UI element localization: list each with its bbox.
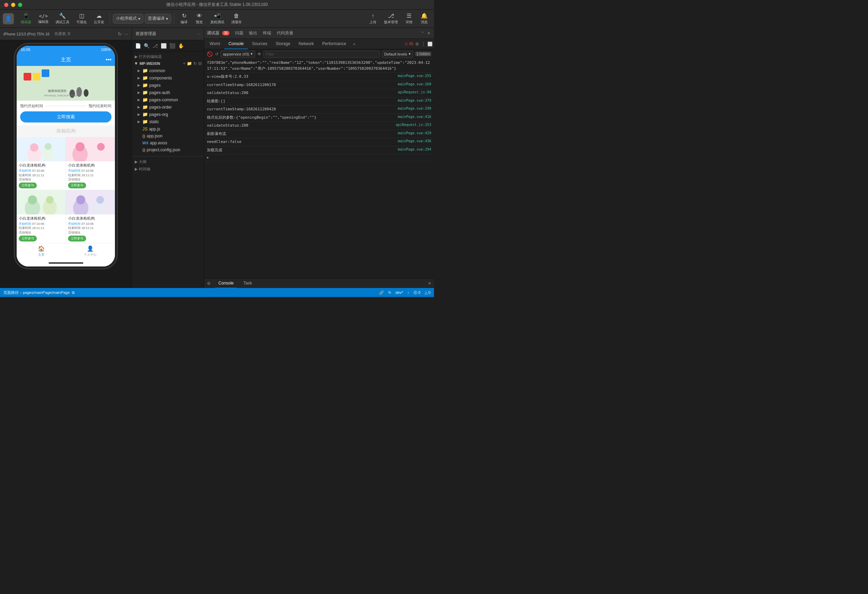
refresh-icon[interactable]: ↻	[118, 31, 122, 37]
avatar[interactable]: 👤	[3, 13, 14, 24]
tab-performance[interactable]: Performance	[318, 39, 350, 49]
mode-dropdown[interactable]: 小程序模式 ▾	[113, 14, 143, 24]
bottom-settings-icon[interactable]: ⚙	[207, 281, 211, 286]
search-button[interactable]: 立即搜索	[20, 111, 111, 122]
more-tabs-icon[interactable]: »	[352, 42, 357, 47]
nav-dots-icon[interactable]: •••	[106, 56, 111, 63]
folder-pages[interactable]: ▶ 📁 pages	[132, 81, 204, 89]
phone-tab-home[interactable]: 🏠 主页	[17, 243, 66, 259]
refresh-icon[interactable]: ↻	[193, 61, 197, 66]
folder-pages-common[interactable]: ▶ 📁 pages-common	[132, 96, 204, 103]
eye-icon[interactable]: 👁	[257, 52, 261, 56]
terminal-tab-header[interactable]: 终端	[263, 30, 271, 36]
maximize-btn[interactable]	[18, 3, 22, 7]
status-refresh-icon[interactable]: ↻	[388, 290, 391, 295]
card-1-btn[interactable]: 立即参与	[19, 183, 37, 189]
file-search-icon[interactable]: 🔍	[143, 42, 151, 50]
tab-sources[interactable]: Sources	[248, 39, 272, 49]
sync-icon[interactable]: ↑	[407, 290, 409, 295]
file-split-icon[interactable]: ⬛	[168, 42, 176, 50]
editor-btn[interactable]: </> 编辑器	[35, 12, 52, 26]
minimize-btn[interactable]	[11, 3, 15, 7]
console-link-9[interactable]: mainPage.vue:436	[398, 139, 431, 143]
file-app-json[interactable]: ▶ {} app.json	[132, 133, 204, 140]
card-1[interactable]: 小白龙体检机构 开始时间 07:10:06 结束时间 18:11:11 活动地址…	[17, 137, 66, 190]
file-more-icon[interactable]: ···	[197, 32, 200, 37]
folder-common[interactable]: ▶ 📁 common	[132, 67, 204, 74]
code-quality-tab-header[interactable]: 代码质量	[277, 30, 294, 36]
bottom-close-icon[interactable]: ✕	[428, 281, 431, 286]
level-dropdown[interactable]: Default levels ▾	[382, 51, 413, 57]
close-btn[interactable]	[4, 3, 8, 7]
file-app-js[interactable]: ▶ JS app.js	[132, 125, 204, 133]
preview-btn[interactable]: 👁 预览	[192, 12, 206, 26]
console-link-4[interactable]: mainPage.vue:379	[398, 99, 431, 102]
visual-btn[interactable]: ◫ 可视化	[74, 11, 90, 26]
status-copy-icon[interactable]: ⧉	[72, 290, 75, 295]
clear-console-icon[interactable]: 🚫	[207, 52, 213, 57]
bottom-tab-console[interactable]: Console	[215, 279, 237, 288]
open-editors-section[interactable]: ▶ 打开的编辑器	[132, 53, 204, 60]
detail-btn[interactable]: ☰ 详情	[402, 11, 416, 26]
filter-input[interactable]: Filter	[264, 51, 380, 57]
compile-dropdown[interactable]: 普通编译 ▾	[145, 14, 171, 24]
tab-wxml[interactable]: Wxml	[205, 39, 224, 49]
console-row-expand[interactable]: ▶	[204, 155, 434, 161]
console-link-3[interactable]: apiRequest.js:94	[398, 90, 431, 94]
card-2-btn[interactable]: 立即参与	[68, 183, 86, 189]
file-hand-icon[interactable]: ✋	[177, 42, 185, 50]
compile-btn[interactable]: ↻ 编译	[177, 11, 191, 26]
phone-tab-profile[interactable]: 👤 个人中心	[66, 243, 115, 259]
debug-btn[interactable]: 🔧 调试工具	[53, 11, 72, 26]
file-project-config[interactable]: ▶ {} project.config.json	[132, 146, 204, 153]
new-folder-icon[interactable]: 📁	[187, 61, 192, 66]
console-link-2[interactable]: mainPage.vue:260	[398, 82, 431, 86]
card-2[interactable]: 小白龙体检机构 开始时间 07:10:06 结束时间 18:11:11 活动地址…	[66, 137, 115, 190]
console-link-6[interactable]: mainPage.vue:416	[398, 115, 431, 119]
devtools-expand-icon[interactable]: ⌃	[420, 30, 425, 37]
version-btn[interactable]: ⎇ 版本管理	[381, 11, 401, 26]
card-3-btn[interactable]: 立即参与	[19, 236, 37, 242]
cloud-btn[interactable]: ☁ 云开发	[91, 11, 107, 26]
mp-weixin-section[interactable]: ▼ MP-WEIXIN + 📁 ↻ ⊟	[132, 60, 204, 67]
folder-static[interactable]: ▶ 📁 static	[132, 118, 204, 125]
problems-tab-header[interactable]: 问题	[235, 30, 244, 36]
console-link-8[interactable]: mainPage.vue:429	[398, 131, 431, 135]
more-icon[interactable]: ···	[124, 31, 128, 37]
timeline-section[interactable]: ▶ 时间轴	[132, 165, 204, 172]
folder-pages-auth[interactable]: ▶ 📁 pages-auth	[132, 89, 204, 96]
status-link-icon[interactable]: 🔗	[379, 290, 384, 295]
folder-components[interactable]: ▶ 📁 components	[132, 74, 204, 81]
collapse-icon[interactable]: ⊟	[198, 61, 202, 66]
preserve-log-icon[interactable]: ↺	[215, 52, 218, 56]
real-device-btn[interactable]: 📲 真机调试	[208, 11, 227, 26]
file-app-wxss[interactable]: ▶ WX app.wxss	[132, 140, 204, 146]
simulator-btn[interactable]: 📱 模拟器	[18, 11, 34, 26]
tab-network[interactable]: Network	[294, 39, 318, 49]
console-link-7[interactable]: apiRequest.js:253	[396, 123, 431, 127]
tab-dock-icon[interactable]: ⬜	[427, 42, 433, 47]
output-tab-header[interactable]: 输出	[249, 30, 257, 36]
file-branch-icon[interactable]: ⎇	[151, 42, 159, 50]
settings-icon[interactable]: ⚙	[415, 42, 419, 47]
new-file-icon[interactable]: +	[183, 61, 185, 66]
card-3[interactable]: 小白龙体检机构 开始时间 07:10:06 结束时间 18:11:11 活动地址…	[17, 190, 66, 243]
console-link-10[interactable]: mainPage.vue:294	[398, 147, 431, 151]
message-btn[interactable]: 🔔 消息	[417, 11, 431, 26]
tab-more-icon[interactable]: ⋮	[421, 42, 425, 47]
folder-pages-org[interactable]: ▶ 📁 pages-org	[132, 111, 204, 118]
upload-btn[interactable]: ↑ 上传	[366, 12, 380, 26]
file-new-icon[interactable]: 📄	[134, 42, 142, 50]
file-copy-icon[interactable]: ⬜	[160, 42, 168, 50]
devtools-close-icon[interactable]: ✕	[427, 30, 431, 37]
clear-cache-btn[interactable]: 🗑 清缓存	[229, 12, 244, 26]
bottom-tab-task[interactable]: Task	[240, 279, 255, 288]
folder-pages-order[interactable]: ▶ 📁 pages-order	[132, 103, 204, 111]
console-link-1[interactable]: mainPage.vue:255	[398, 74, 431, 78]
context-dropdown[interactable]: appservice (#3) ▾	[220, 51, 255, 57]
card-4[interactable]: 小白龙体检机构 开始时间 07:10:06 结束时间 18:11:11 活动地址…	[66, 190, 115, 243]
tab-console[interactable]: Console	[224, 39, 248, 49]
tab-storage[interactable]: Storage	[272, 39, 294, 49]
console-link-5[interactable]: mainPage.vue:299	[398, 106, 431, 111]
outline-section[interactable]: ▶ 大纲	[132, 158, 204, 165]
